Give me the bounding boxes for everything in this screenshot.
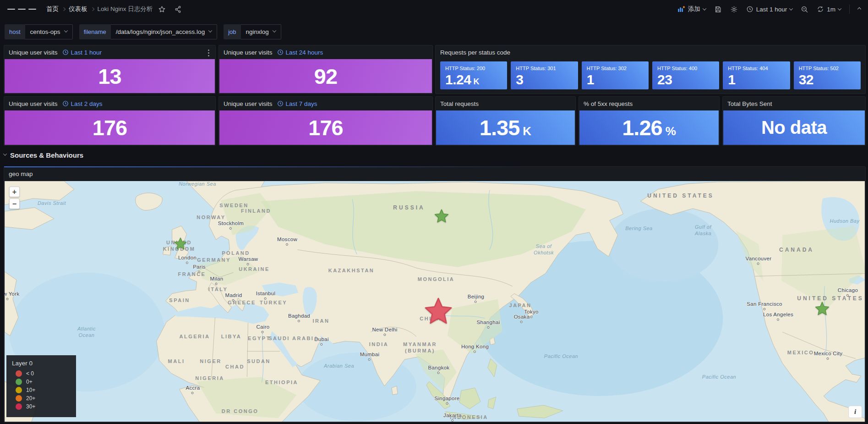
status-tile-302: HTTP Status: 302 1 <box>582 61 649 89</box>
variable-value-dropdown[interactable]: centos-ops <box>25 24 73 39</box>
panel-header[interactable]: Total requests <box>436 97 575 110</box>
legend-item: 0+ <box>16 379 71 385</box>
status-tiles: HTTP Status: 200 1.24K HTTP Status: 301 … <box>436 59 865 93</box>
breadcrumb: 首页 仪表板 Loki Nginx 日志分析 <box>46 5 153 13</box>
stat-value: 176 <box>93 117 127 138</box>
menu-toggle-icon[interactable] <box>5 6 39 13</box>
clock-icon <box>62 100 69 107</box>
stat-value-area: 92 <box>219 59 432 93</box>
map-star-marker-united-kingdom[interactable] <box>174 237 187 251</box>
panel-header[interactable]: geo map <box>4 167 865 181</box>
panel-header[interactable]: Unique user visits Last 1 hour <box>4 45 215 59</box>
panel-header[interactable]: Requests per status code <box>436 45 865 59</box>
panel-title: Total requests <box>440 100 479 107</box>
stat-value-area: 13 <box>5 59 215 93</box>
map-attribution-button[interactable]: i <box>848 406 862 418</box>
map-legend: Layer 0 < 0 0+ 10+ 20+ 30+ <box>6 355 76 417</box>
row-sources-behaviours[interactable]: Sources & Behaviours <box>4 151 83 159</box>
variable-label: host <box>5 24 25 39</box>
variable-filename: filename /data/logs/nginx/json_access.lo… <box>79 24 218 39</box>
panel-menu-icon[interactable] <box>206 49 212 57</box>
breadcrumb-dashboards[interactable]: 仪表板 <box>69 5 87 13</box>
map-star-marker-russia[interactable] <box>434 209 449 224</box>
geomap-canvas[interactable]: Norwegian SeaDavis StraitHudson BayBerin… <box>5 181 865 422</box>
legend-color-dot <box>16 395 22 402</box>
legend-color-dot <box>16 370 22 377</box>
breadcrumb-separator <box>90 7 94 11</box>
zoom-out-time-icon[interactable] <box>798 4 811 15</box>
legend-title: Layer 0 <box>12 360 71 367</box>
legend-item: 10+ <box>16 387 71 393</box>
panel-title: Unique user visits <box>9 49 58 56</box>
no-data-text: No data <box>761 117 827 138</box>
panel-title: Unique user visits <box>224 49 273 56</box>
settings-gear-icon[interactable] <box>727 4 741 15</box>
refresh-icon <box>817 6 824 13</box>
status-tile-301: HTTP Status: 301 3 <box>511 61 578 89</box>
variables-bar: host centos-ops filename /data/logs/ngin… <box>0 18 868 45</box>
clock-icon <box>277 49 284 55</box>
favorite-star-icon[interactable] <box>155 4 169 15</box>
panel-header[interactable]: Total Bytes Sent <box>723 97 865 110</box>
panel-total-requests: Total requests 1.35K <box>435 96 576 146</box>
bar-chart-add-icon <box>677 5 685 13</box>
save-dashboard-icon[interactable] <box>711 4 725 15</box>
panel-header[interactable]: Unique user visits Last 2 days <box>4 97 215 110</box>
stat-value: 1.26% <box>622 117 676 138</box>
legend-item: 20+ <box>16 395 71 402</box>
time-range-link[interactable]: Last 1 hour <box>62 49 102 56</box>
variable-label: filename <box>79 24 111 39</box>
breadcrumb-home[interactable]: 首页 <box>46 5 59 13</box>
stat-value-area: 1.35K <box>436 110 575 145</box>
stat-value-area: 176 <box>219 110 432 145</box>
stat-value-area: 176 <box>5 110 215 145</box>
map-star-marker-united-states[interactable] <box>814 301 830 317</box>
stat-value-area: 1.26% <box>579 110 719 145</box>
variable-job: job nginxlog <box>224 24 281 39</box>
top-nav: 首页 仪表板 Loki Nginx 日志分析 添加 <box>0 0 868 18</box>
variable-value-dropdown[interactable]: nginxlog <box>241 24 281 39</box>
collapse-toolbar-icon[interactable] <box>855 6 863 12</box>
refresh-picker[interactable]: 1m <box>814 4 844 15</box>
status-tile-200: HTTP Status: 200 1.24K <box>440 61 507 89</box>
status-tile-404: HTTP Status: 404 1 <box>723 61 790 89</box>
panel-unique-visits-2d: Unique user visits Last 2 days 176 <box>4 96 216 146</box>
panel-header[interactable]: Unique user visits Last 7 days <box>219 97 432 110</box>
breadcrumb-current: Loki Nginx 日志分析 <box>98 5 153 13</box>
stat-value: 1.35K <box>480 117 531 138</box>
time-range-link[interactable]: Last 24 hours <box>277 49 323 56</box>
time-range-picker[interactable]: Last 1 hour <box>743 4 796 15</box>
stat-value: 92 <box>314 66 337 87</box>
zoom-out-button[interactable]: − <box>9 198 20 209</box>
map-zoom-controls: + − <box>9 187 20 209</box>
divider <box>849 5 850 14</box>
panel-title: Requests per status code <box>440 49 510 56</box>
zoom-in-button[interactable]: + <box>9 187 20 197</box>
clock-icon <box>277 100 284 107</box>
clock-icon <box>746 6 753 13</box>
panel-title: geo map <box>9 171 33 177</box>
panel-title: % of 5xx requests <box>584 100 633 107</box>
panel-geo-map: geo map <box>4 166 866 423</box>
panel-title: Total Bytes Sent <box>727 100 772 107</box>
panel-unique-visits-24h: Unique user visits Last 24 hours 92 <box>218 45 433 94</box>
map-star-marker-china[interactable] <box>423 297 453 327</box>
panel-title: Unique user visits <box>224 100 273 107</box>
chevron-down-icon <box>3 152 7 155</box>
time-range-link[interactable]: Last 2 days <box>62 100 103 107</box>
share-icon[interactable] <box>171 4 185 15</box>
panel-unique-visits-1h: Unique user visits Last 1 hour 13 <box>4 45 216 94</box>
panel-pct-5xx: % of 5xx requests 1.26% <box>579 96 720 146</box>
panel-header[interactable]: % of 5xx requests <box>579 97 719 110</box>
clock-icon <box>62 49 69 55</box>
panel-header[interactable]: Unique user visits Last 24 hours <box>219 45 432 59</box>
legend-color-dot <box>16 403 22 410</box>
variable-value-dropdown[interactable]: /data/logs/nginx/json_access.log <box>111 24 217 39</box>
legend-item: < 0 <box>16 370 71 377</box>
time-range-link[interactable]: Last 7 days <box>277 100 317 107</box>
legend-color-dot <box>16 387 22 393</box>
breadcrumb-separator <box>62 7 66 11</box>
add-panel-button[interactable]: 添加 <box>674 3 709 15</box>
stat-value-area: No data <box>723 110 865 145</box>
status-tile-400: HTTP Status: 400 23 <box>652 61 719 89</box>
